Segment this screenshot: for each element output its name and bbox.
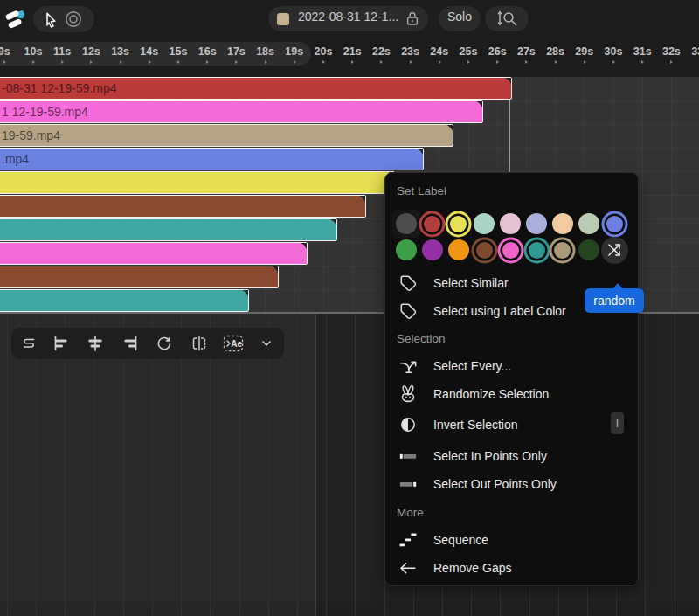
svg-text:Ae: Ae <box>231 339 242 349</box>
